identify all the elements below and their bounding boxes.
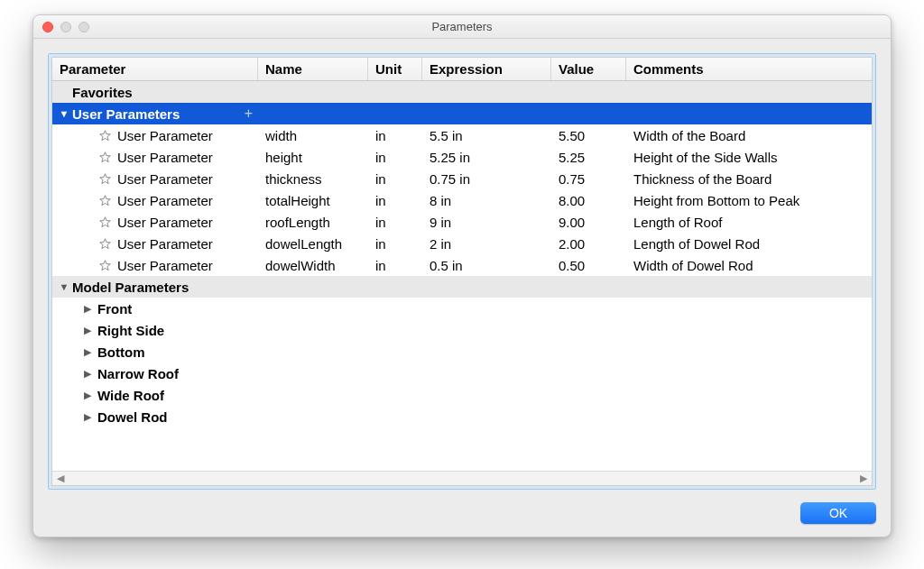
parameter-unit[interactable]: in <box>368 171 422 187</box>
parameter-comments[interactable]: Width of the Board <box>626 128 872 143</box>
favorite-star-icon[interactable] <box>97 128 112 142</box>
scroll-left-icon[interactable]: ◀ <box>54 473 67 484</box>
scroll-right-icon[interactable]: ▶ <box>857 473 870 484</box>
favorite-star-icon[interactable] <box>97 215 112 229</box>
parameter-unit[interactable]: in <box>368 258 422 273</box>
group-row-user-parameters[interactable]: ▼ User Parameters + <box>52 103 872 124</box>
table-row[interactable]: User ParametertotalHeightin8 in8.00Heigh… <box>52 189 872 211</box>
expand-icon[interactable]: ▶ <box>81 411 94 423</box>
column-header-name[interactable]: Name <box>258 58 368 80</box>
column-header-unit[interactable]: Unit <box>368 58 422 80</box>
model-group-label: Narrow Roof <box>97 366 179 381</box>
horizontal-scrollbar[interactable]: ◀ ▶ <box>52 471 872 485</box>
parameter-name[interactable]: dowelWidth <box>258 258 368 273</box>
column-header-expression[interactable]: Expression <box>422 58 551 80</box>
parameter-value: 2.00 <box>551 236 626 252</box>
expand-icon[interactable]: ▼ <box>58 281 70 292</box>
parameter-name[interactable]: height <box>258 150 368 165</box>
favorite-star-icon[interactable] <box>97 258 112 272</box>
table-row[interactable]: User Parameterwidthin5.5 in5.50Width of … <box>52 124 872 146</box>
expand-icon[interactable]: ▶ <box>81 303 94 315</box>
parameter-comments[interactable]: Width of Dowel Rod <box>626 258 872 273</box>
table-row[interactable]: User ParameterroofLengthin9 in9.00Length… <box>52 211 872 233</box>
svg-marker-2 <box>99 173 110 183</box>
column-header-value[interactable]: Value <box>551 58 626 80</box>
parameter-expression[interactable]: 0.75 in <box>422 171 551 187</box>
parameter-value: 5.25 <box>551 150 626 165</box>
table-row[interactable]: ▶Right Side <box>52 319 872 341</box>
parameter-unit[interactable]: in <box>368 236 422 252</box>
expand-icon[interactable]: ▶ <box>81 390 94 401</box>
table-body: Favorites ▼ User Parameters + <box>52 81 872 471</box>
favorite-star-icon[interactable] <box>97 193 112 207</box>
table-row[interactable]: User ParameterdowelWidthin0.5 in0.50Widt… <box>52 254 872 276</box>
parameter-type: User Parameter <box>117 215 213 230</box>
table-header: Parameter Name Unit Expression Value Com… <box>52 58 872 81</box>
model-group-label: Wide Roof <box>97 388 164 403</box>
group-label: Model Parameters <box>72 280 189 295</box>
table-row[interactable]: ▶Wide Roof <box>52 384 872 406</box>
table-row[interactable]: User Parameterheightin5.25 in5.25Height … <box>52 146 872 168</box>
parameter-type: User Parameter <box>117 193 213 208</box>
parameter-value: 5.50 <box>551 128 626 143</box>
parameter-unit[interactable]: in <box>368 215 422 230</box>
model-group-label: Bottom <box>97 344 145 360</box>
parameter-expression[interactable]: 9 in <box>422 215 551 230</box>
group-row-favorites[interactable]: Favorites <box>52 81 872 103</box>
svg-marker-1 <box>99 151 110 161</box>
parameter-expression[interactable]: 2 in <box>422 236 551 252</box>
parameter-comments[interactable]: Height from Bottom to Peak <box>626 193 872 208</box>
column-header-parameter[interactable]: Parameter <box>52 58 258 80</box>
column-header-comments[interactable]: Comments <box>626 58 872 80</box>
parameter-unit[interactable]: in <box>368 193 422 208</box>
zoom-icon[interactable] <box>79 22 89 32</box>
table-row[interactable]: ▶Narrow Roof <box>52 363 872 384</box>
ok-button[interactable]: OK <box>800 502 876 524</box>
parameter-unit[interactable]: in <box>368 128 422 143</box>
svg-marker-4 <box>99 216 110 226</box>
minimize-icon[interactable] <box>60 22 71 32</box>
parameters-table-wrap: Parameter Name Unit Expression Value Com… <box>48 53 876 490</box>
parameter-comments[interactable]: Thickness of the Board <box>626 171 872 187</box>
parameter-type: User Parameter <box>117 128 213 143</box>
parameter-value: 0.50 <box>551 258 626 273</box>
parameter-comments[interactable]: Length of Dowel Rod <box>626 236 872 252</box>
table-row[interactable]: ▶Bottom <box>52 341 872 363</box>
parameters-dialog: Parameters Parameter Name Unit Expressio… <box>32 14 892 537</box>
expand-icon[interactable]: ▶ <box>81 325 94 336</box>
model-group-label: Dowel Rod <box>97 409 168 425</box>
svg-marker-3 <box>99 195 110 205</box>
parameter-name[interactable]: totalHeight <box>258 193 368 208</box>
close-icon[interactable] <box>42 22 53 32</box>
favorite-star-icon[interactable] <box>97 150 112 164</box>
expand-icon[interactable]: ▶ <box>81 346 94 358</box>
parameter-expression[interactable]: 0.5 in <box>422 258 551 273</box>
favorite-star-icon[interactable] <box>97 171 112 186</box>
parameter-expression[interactable]: 5.25 in <box>422 150 551 165</box>
parameter-name[interactable]: width <box>258 128 368 143</box>
parameter-name[interactable]: thickness <box>258 171 368 187</box>
table-row[interactable]: User ParameterdowelLengthin2 in2.00Lengt… <box>52 233 872 254</box>
add-parameter-icon[interactable]: + <box>245 106 253 122</box>
dialog-content: Parameter Name Unit Expression Value Com… <box>33 39 891 537</box>
group-row-model-parameters[interactable]: ▼ Model Parameters <box>52 276 872 298</box>
parameter-expression[interactable]: 5.5 in <box>422 128 551 143</box>
parameter-comments[interactable]: Height of the Side Walls <box>626 150 872 165</box>
table-row[interactable]: ▶Dowel Rod <box>52 406 872 427</box>
parameter-value: 8.00 <box>551 193 626 208</box>
parameter-expression[interactable]: 8 in <box>422 193 551 208</box>
table-row[interactable]: User Parameterthicknessin0.75 in0.75Thic… <box>52 168 872 189</box>
parameter-name[interactable]: roofLength <box>258 215 368 230</box>
window-title: Parameters <box>33 20 891 33</box>
favorite-star-icon[interactable] <box>97 236 112 251</box>
parameter-unit[interactable]: in <box>368 150 422 165</box>
svg-marker-6 <box>99 260 110 270</box>
expand-icon[interactable]: ▶ <box>81 368 94 380</box>
parameter-comments[interactable]: Length of Roof <box>626 215 872 230</box>
parameter-name[interactable]: dowelLength <box>258 236 368 252</box>
expand-icon[interactable]: ▼ <box>58 108 70 119</box>
scroll-track[interactable] <box>67 474 857 483</box>
dialog-footer: OK <box>48 490 876 524</box>
group-label: User Parameters <box>72 106 180 122</box>
table-row[interactable]: ▶Front <box>52 298 872 319</box>
